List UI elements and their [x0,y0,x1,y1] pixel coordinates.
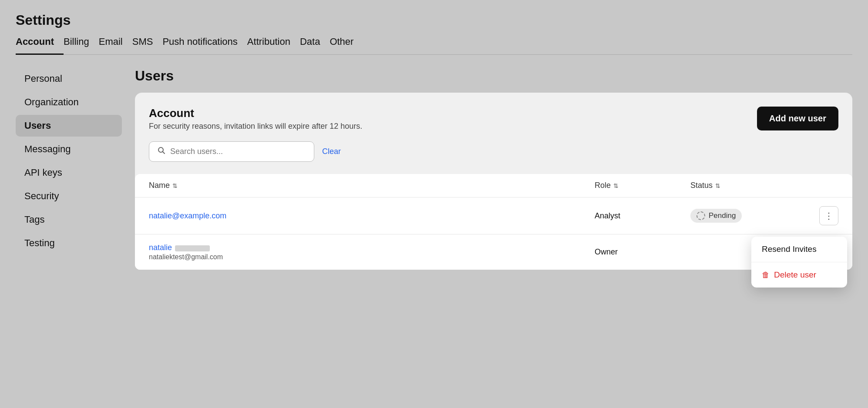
top-nav-item-attribution[interactable]: Attribution [247,36,300,55]
users-card: Account For security reasons, invitation… [135,93,852,270]
top-nav-item-billing[interactable]: Billing [64,36,99,55]
resend-invites-item[interactable]: Resend Invites [751,237,847,262]
sort-role-icon[interactable]: ⇅ [613,183,619,189]
trash-icon: 🗑 [762,271,770,280]
layout: PersonalOrganizationUsersMessagingAPI ke… [0,55,868,408]
sidebar-item-users[interactable]: Users [16,115,122,137]
search-box [149,141,314,162]
resend-invites-label: Resend Invites [762,244,817,254]
user-name-highlight [175,245,210,251]
add-user-button[interactable]: Add new user [757,107,838,130]
table-header: Name ⇅ Role ⇅ Status ⇅ [135,174,852,197]
pending-icon [696,211,705,220]
user-role-cell: Owner [595,247,690,257]
sort-status-icon[interactable]: ⇅ [715,183,720,189]
top-nav-item-push-notifications[interactable]: Push notifications [162,36,247,55]
delete-user-item[interactable]: 🗑 Delete user [751,262,847,288]
dropdown-menu: Resend Invites 🗑 Delete user [751,237,847,288]
user-email-secondary: nataliektest@gmail.com [149,253,595,261]
sidebar-item-api-keys[interactable]: API keys [16,162,122,184]
top-nav-item-email[interactable]: Email [99,36,132,55]
card-subtitle: For security reasons, invitation links w… [149,122,362,131]
sidebar-item-messaging[interactable]: Messaging [16,138,122,160]
user-email-link[interactable]: natalie@example.com [149,211,226,220]
table-row: natalie nataliektest@gmail.com Owner [135,234,852,270]
svg-line-1 [163,152,165,154]
top-nav-item-account[interactable]: Account [16,36,64,55]
sidebar-item-organization[interactable]: Organization [16,91,122,113]
more-options-button[interactable]: ⋮ [819,206,838,225]
search-row: Clear [149,141,838,162]
user-actions-cell: ⋮ Resend Invites 🗑 Delete user [804,206,838,225]
sidebar-item-tags[interactable]: Tags [16,209,122,231]
delete-user-label: Delete user [774,270,816,280]
table-row: natalie@example.com Analyst Pending ⋮ [135,197,852,234]
col-actions [804,181,838,190]
card-title: Account [149,107,362,120]
search-icon [157,146,166,157]
sidebar-item-testing[interactable]: Testing [16,232,122,254]
user-name-cell: natalie nataliektest@gmail.com [149,243,595,261]
sort-name-icon[interactable]: ⇅ [172,183,178,189]
clear-button[interactable]: Clear [322,147,341,156]
sidebar-item-security[interactable]: Security [16,185,122,207]
col-status: Status ⇅ [690,181,804,190]
user-role-cell: Analyst [595,211,690,221]
top-nav-item-other[interactable]: Other [330,36,363,55]
search-input[interactable] [170,147,306,156]
users-table: Name ⇅ Role ⇅ Status ⇅ [135,174,852,270]
status-badge: Pending [690,209,742,223]
top-nav-item-data[interactable]: Data [300,36,330,55]
page-title: Settings [16,12,852,28]
sidebar: PersonalOrganizationUsersMessagingAPI ke… [0,55,131,408]
top-nav-item-sms[interactable]: SMS [132,36,163,55]
header: Settings AccountBillingEmailSMSPush noti… [0,0,868,55]
sidebar-item-personal[interactable]: Personal [16,68,122,90]
top-nav: AccountBillingEmailSMSPush notifications… [16,36,852,55]
card-header: Account For security reasons, invitation… [149,107,838,131]
col-role: Role ⇅ [595,181,690,190]
card-header-text: Account For security reasons, invitation… [149,107,362,131]
user-status-cell: Pending [690,209,804,223]
user-name-link[interactable]: natalie [149,243,172,252]
user-name-cell: natalie@example.com [149,211,595,221]
col-name: Name ⇅ [149,181,595,190]
main-title: Users [135,68,852,84]
main-content: Users Account For security reasons, invi… [131,55,868,408]
